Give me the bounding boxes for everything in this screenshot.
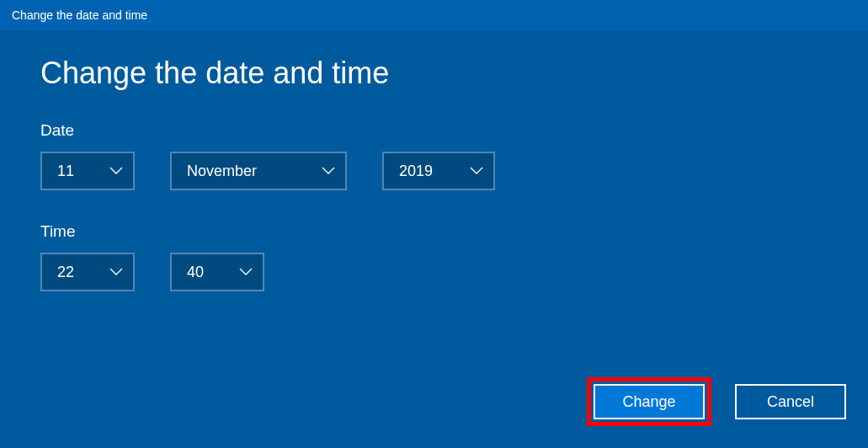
hour-value: 22	[57, 264, 74, 281]
minute-value: 40	[187, 264, 204, 281]
day-dropdown[interactable]: 11	[40, 152, 135, 190]
chevron-down-icon	[322, 167, 335, 175]
time-label: Time	[40, 222, 828, 241]
minute-dropdown[interactable]: 40	[170, 253, 264, 291]
chevron-down-icon	[109, 167, 123, 175]
year-dropdown[interactable]: 2019	[382, 152, 495, 190]
cancel-button[interactable]: Cancel	[735, 384, 846, 419]
date-row: 11 November 2019	[40, 152, 828, 190]
titlebar-text: Change the date and time	[12, 8, 147, 22]
time-row: 22 40	[40, 253, 828, 291]
chevron-down-icon	[239, 268, 253, 276]
day-value: 11	[57, 163, 74, 180]
chevron-down-icon	[109, 268, 123, 276]
year-value: 2019	[399, 163, 433, 180]
month-value: November	[187, 163, 257, 180]
hour-dropdown[interactable]: 22	[40, 253, 135, 291]
titlebar: Change the date and time	[0, 0, 868, 30]
month-dropdown[interactable]: November	[170, 152, 347, 190]
page-title: Change the date and time	[40, 56, 828, 91]
change-button[interactable]: Change	[594, 384, 705, 419]
dialog-footer: Change Cancel	[587, 377, 846, 426]
date-label: Date	[40, 121, 828, 140]
dialog-content: Change the date and time Date 11 Novembe…	[0, 30, 868, 340]
change-button-highlight: Change	[587, 377, 711, 426]
chevron-down-icon	[470, 167, 483, 175]
